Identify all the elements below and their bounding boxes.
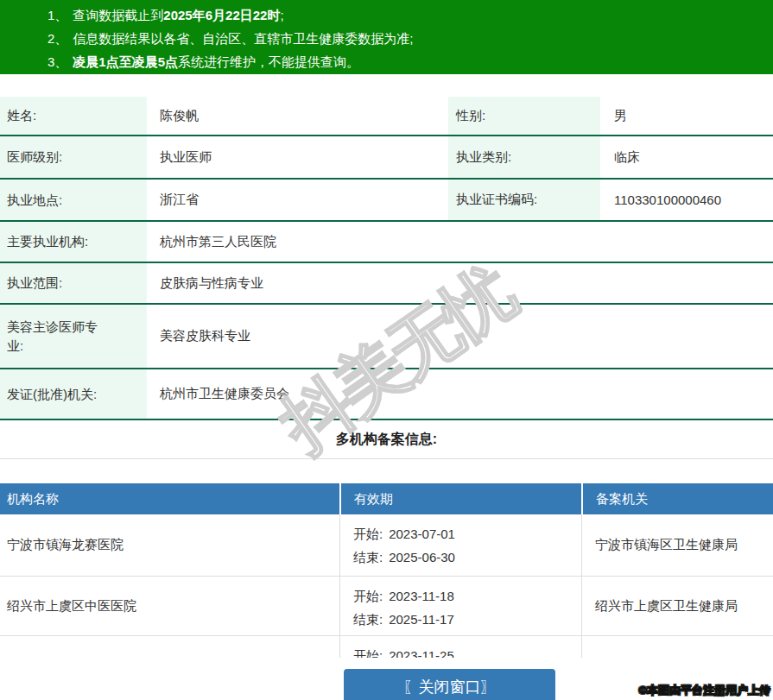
notice-banner: 1、查询数据截止到2025年6月22日22时; 2、信息数据结果以各省、自治区、… [0, 0, 773, 74]
field-value-practice-scope: 皮肤病与性病专业 [147, 275, 773, 292]
notice-text: 查询数据截止到 [73, 8, 163, 22]
cell-filing-authority [581, 636, 773, 658]
table-row: 开始:2023-11-25 [0, 636, 773, 658]
column-header-filing-authority: 备案机关 [581, 483, 773, 514]
cell-filing-authority: 绍兴市上虞区卫生健康局 [581, 577, 773, 635]
cell-institution-name: 宁波市镇海龙赛医院 [0, 514, 339, 576]
field-value-cosmetic-specialty: 美容皮肤科专业 [147, 328, 773, 344]
notice-number: 2、 [48, 31, 67, 46]
field-label-main-institution: 主要执业机构: [0, 222, 147, 262]
field-label-practice-scope: 执业范围: [0, 263, 147, 303]
table-row: 宁波市镇海龙赛医院 开始:2023-07-01 结束:2025-06-30 宁波… [0, 514, 773, 577]
field-value-issuing-authority: 杭州市卫生健康委员会 [147, 386, 773, 402]
field-label-name: 姓名: [0, 97, 147, 135]
cell-institution-name [0, 636, 339, 658]
field-label-certificate-number: 执业证书编码: [448, 180, 600, 220]
field-label-cosmetic-specialty: 美容主诊医师专业: [0, 305, 147, 368]
multi-org-section-title: 多机构备案信息: [0, 431, 773, 448]
cell-validity-period: 开始:2023-11-18 结束:2025-11-17 [339, 577, 581, 635]
notice-number: 1、 [48, 8, 67, 22]
close-window-button[interactable]: 〖关闭窗口〗 [344, 669, 555, 700]
field-value-practice-category: 临床 [600, 149, 773, 166]
field-value-doctor-level: 执业医师 [147, 149, 448, 166]
end-date: 2025-11-17 [389, 612, 454, 627]
field-value-main-institution: 杭州市第三人民医院 [147, 234, 773, 250]
notice-number: 3、 [48, 54, 67, 69]
notice-line-2: 2、信息数据结果以各省、自治区、直辖市卫生健康委数据为准; [48, 27, 764, 50]
validity-end: 结束:2025-11-17 [353, 608, 581, 631]
notice-text-bold: 2025年6月22日22时 [163, 8, 280, 22]
start-date: 2023-07-01 [389, 527, 455, 541]
column-header-institution-name: 机构名称 [0, 483, 339, 514]
multi-org-table-body: 宁波市镇海龙赛医院 开始:2023-07-01 结束:2025-06-30 宁波… [0, 514, 773, 658]
start-label: 开始: [353, 589, 383, 603]
start-label: 开始: [353, 527, 383, 541]
notice-text: ; [280, 8, 283, 22]
start-date: 2023-11-25 [389, 648, 454, 658]
detail-row-location-certno: 执业地点: 浙江省 执业证书编码: 110330100000460 [0, 180, 773, 222]
field-label-practice-location: 执业地点: [0, 180, 147, 220]
notice-text: 信息数据结果以各省、自治区、直辖市卫生健康委数据为准; [73, 31, 413, 46]
end-label: 结束: [353, 550, 383, 564]
table-row: 绍兴市上虞区中医医院 开始:2023-11-18 结束:2025-11-17 绍… [0, 577, 773, 636]
field-label-issuing-authority: 发证(批准)机关: [0, 369, 147, 419]
multi-org-table-header: 机构名称 有效期 备案机关 [0, 483, 773, 514]
upload-credit-watermark: ©本图由平台注册用户上传 [638, 683, 770, 698]
end-date: 2025-06-30 [389, 550, 455, 564]
detail-row-issuing-authority: 发证(批准)机关: 杭州市卫生健康委员会 [0, 369, 773, 420]
detail-row-practice-scope: 执业范围: 皮肤病与性病专业 [0, 263, 773, 305]
field-value-gender: 男 [600, 108, 773, 124]
field-value-certificate-number: 110330100000460 [600, 192, 773, 207]
field-label-doctor-level: 医师级别: [0, 136, 147, 178]
detail-row-name-gender: 姓名: 陈俊帆 性别: 男 [0, 97, 773, 136]
detail-row-main-institution: 主要执业机构: 杭州市第三人民医院 [0, 222, 773, 263]
notice-text-bold: 凌晨1点至凌晨5点 [73, 54, 178, 69]
validity-start: 开始:2023-07-01 [353, 522, 581, 545]
detail-row-level-category: 医师级别: 执业医师 执业类别: 临床 [0, 136, 773, 180]
doctor-detail-table: 姓名: 陈俊帆 性别: 男 医师级别: 执业医师 执业类别: 临床 执业地点: … [0, 97, 773, 420]
notice-text: 系统进行维护，不能提供查询。 [178, 54, 359, 69]
cell-filing-authority: 宁波市镇海区卫生健康局 [581, 514, 773, 576]
field-label-practice-category: 执业类别: [448, 136, 600, 178]
start-label: 开始: [353, 648, 383, 658]
field-value-practice-location: 浙江省 [147, 192, 448, 208]
validity-end: 结束:2025-06-30 [353, 545, 581, 569]
detail-row-cosmetic-specialty: 美容主诊医师专业: 美容皮肤科专业 [0, 305, 773, 369]
notice-line-1: 1、查询数据截止到2025年6月22日22时; [48, 3, 764, 27]
notice-line-3: 3、凌晨1点至凌晨5点系统进行维护，不能提供查询。 [48, 50, 764, 73]
cell-institution-name: 绍兴市上虞区中医医院 [0, 577, 339, 635]
end-label: 结束: [353, 612, 383, 627]
section-divider [0, 458, 773, 459]
validity-start: 开始:2023-11-25 [353, 644, 581, 658]
validity-start: 开始:2023-11-18 [353, 584, 581, 608]
cell-validity-period: 开始:2023-11-25 [339, 636, 581, 658]
column-header-validity-period: 有效期 [339, 483, 581, 514]
multi-org-table: 机构名称 有效期 备案机关 宁波市镇海龙赛医院 开始:2023-07-01 结束… [0, 483, 773, 658]
cell-validity-period: 开始:2023-07-01 结束:2025-06-30 [339, 514, 581, 576]
field-value-name: 陈俊帆 [147, 108, 448, 124]
field-label-gender: 性别: [448, 97, 600, 135]
start-date: 2023-11-18 [389, 589, 454, 603]
